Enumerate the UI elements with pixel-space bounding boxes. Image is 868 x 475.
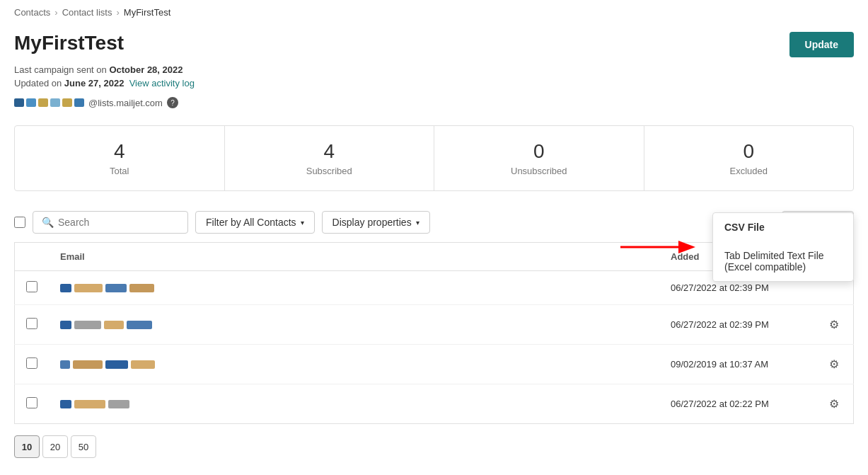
- search-input[interactable]: [58, 217, 179, 228]
- email-block: [60, 321, 71, 329]
- email-domain: @lists.mailjet.com: [88, 98, 163, 108]
- row-2-email: [49, 305, 659, 345]
- breadcrumb-current: MyFirstTest: [124, 7, 170, 18]
- stat-subscribed: 4 Subscribed: [225, 126, 435, 190]
- stat-total-number: 4: [26, 140, 213, 163]
- email-block: [105, 284, 127, 292]
- row-4-settings-button[interactable]: ⚙: [826, 394, 842, 413]
- row-4-checkbox[interactable]: [26, 397, 37, 408]
- email-block: [104, 321, 124, 329]
- filter-button[interactable]: Filter by All Contacts ▾: [195, 211, 315, 234]
- row-1-email: [49, 271, 659, 305]
- email-block-4: [50, 98, 60, 107]
- row-checkbox-cell: [15, 384, 50, 424]
- row-checkbox-cell: [15, 345, 50, 384]
- email-block: [60, 284, 71, 292]
- email-block: [73, 360, 103, 369]
- pagination-10[interactable]: 10: [14, 435, 40, 458]
- email-tag: @lists.mailjet.com ?: [0, 91, 868, 114]
- display-properties-button[interactable]: Display properties ▾: [322, 211, 430, 234]
- email-block: [74, 321, 101, 329]
- email-block: [105, 360, 128, 369]
- row-checkbox-cell: [15, 271, 50, 305]
- row-3-email: [49, 345, 659, 384]
- email-block: [74, 400, 105, 408]
- breadcrumb: Contacts › Contact lists › MyFirstTest: [0, 0, 868, 25]
- table-container: Email Added 06/27/2022: [14, 242, 854, 424]
- page-header: MyFirstTest Update: [0, 25, 868, 57]
- stat-total: 4 Total: [15, 126, 225, 190]
- filter-caret-icon: ▾: [301, 219, 304, 227]
- row-3-action: ⚙: [815, 345, 854, 384]
- view-activity-log-link[interactable]: View activity log: [129, 78, 195, 88]
- row-checkbox-cell: [15, 305, 50, 345]
- stat-excluded: 0 Excluded: [644, 126, 854, 190]
- breadcrumb-contacts[interactable]: Contacts: [14, 7, 50, 18]
- table-row: 06/27/2022 at 02:39 PM ⚙: [15, 305, 854, 345]
- row-2-added: 06/27/2022 at 02:39 PM: [659, 305, 815, 345]
- email-block-6: [74, 98, 84, 107]
- email-block-5: [62, 98, 72, 107]
- stat-total-label: Total: [26, 166, 213, 176]
- stat-subscribed-number: 4: [236, 140, 423, 163]
- campaign-sent: Last campaign sent on October 28, 2022: [14, 64, 854, 75]
- email-block: [74, 284, 103, 292]
- email-block: [60, 360, 70, 369]
- table-row: 09/02/2019 at 10:37 AM ⚙: [15, 345, 854, 384]
- update-button[interactable]: Update: [789, 32, 854, 57]
- stat-unsubscribed-number: 0: [446, 140, 632, 163]
- export-tab-option[interactable]: Tab Delimited Text File(Excel compatible…: [713, 241, 853, 281]
- email-block-2: [26, 98, 36, 107]
- display-label: Display properties: [332, 217, 412, 228]
- table-row: 06/27/2022 at 02:22 PM ⚙: [15, 384, 854, 424]
- stats-bar: 4 Total 4 Subscribed 0 Unsubscribed 0 Ex…: [14, 125, 854, 191]
- meta-info: Last campaign sent on October 28, 2022 U…: [0, 57, 868, 88]
- row-2-settings-button[interactable]: ⚙: [826, 315, 842, 334]
- pagination-20[interactable]: 20: [42, 435, 68, 458]
- display-caret-icon: ▾: [416, 219, 419, 227]
- row-4-action: ⚙: [815, 384, 854, 424]
- pagination-50[interactable]: 50: [71, 435, 96, 458]
- export-csv-option[interactable]: CSV File: [713, 213, 853, 241]
- row-1-checkbox[interactable]: [26, 281, 37, 292]
- col-header-email: Email: [49, 243, 659, 271]
- email-block: [129, 284, 154, 292]
- filter-label: Filter by All Contacts: [206, 217, 296, 228]
- col-header-checkbox: [15, 243, 50, 271]
- row-3-settings-button[interactable]: ⚙: [826, 355, 842, 374]
- pagination: 10 20 50: [0, 424, 868, 469]
- page-title: MyFirstTest: [14, 32, 124, 55]
- help-icon[interactable]: ?: [167, 97, 178, 108]
- updated-on: Updated on June 27, 2022 View activity l…: [14, 78, 854, 88]
- row-4-email: [49, 384, 659, 424]
- row-2-checkbox[interactable]: [26, 318, 37, 329]
- email-block: [108, 400, 129, 408]
- row-2-action: ⚙: [815, 305, 854, 345]
- email-block: [60, 400, 71, 408]
- email-icon-blocks: [14, 98, 84, 107]
- stat-subscribed-label: Subscribed: [236, 166, 423, 176]
- breadcrumb-contact-lists[interactable]: Contact lists: [62, 7, 112, 18]
- email-block-3: [38, 98, 48, 107]
- search-box: 🔍: [33, 211, 188, 234]
- select-all-checkbox[interactable]: [14, 217, 25, 228]
- email-block: [127, 321, 152, 329]
- export-dropdown: CSV File Tab Delimited Text File(Excel c…: [712, 212, 854, 282]
- row-3-checkbox[interactable]: [26, 357, 37, 369]
- search-icon: 🔍: [42, 217, 54, 228]
- row-4-added: 06/27/2022 at 02:22 PM: [659, 384, 815, 424]
- email-block-1: [14, 98, 24, 107]
- stat-unsubscribed: 0 Unsubscribed: [434, 126, 644, 190]
- stat-unsubscribed-label: Unsubscribed: [446, 166, 632, 176]
- row-3-added: 09/02/2019 at 10:37 AM: [659, 345, 815, 384]
- stat-excluded-label: Excluded: [656, 166, 843, 176]
- email-block: [131, 360, 155, 369]
- stat-excluded-number: 0: [656, 140, 843, 163]
